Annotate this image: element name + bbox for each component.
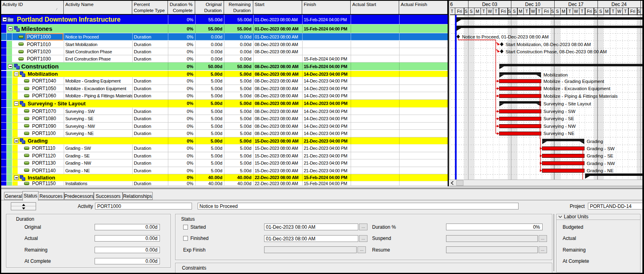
svg-text:S: S <box>513 9 516 14</box>
svg-text:Dec 17: Dec 17 <box>568 2 583 7</box>
svg-text:Surveying - NE: Surveying - NE <box>543 131 575 136</box>
svg-text:Mobilization: Mobilization <box>543 73 568 77</box>
svg-text:W: W <box>488 9 492 14</box>
svg-text:T: T <box>581 9 583 14</box>
svg-text:S: S <box>594 9 597 14</box>
svg-text:Mobilize - Excavation Equipmen: Mobilize - Excavation Equipment <box>543 86 611 91</box>
svg-text:Surveying - SE: Surveying - SE <box>543 116 574 121</box>
svg-text:T: T <box>612 9 615 14</box>
svg-text:Surveying - Site Layout: Surveying - Site Layout <box>543 101 592 106</box>
svg-text:M: M <box>476 9 479 14</box>
svg-text:Grading: Grading <box>587 139 603 144</box>
svg-text:S: S <box>470 9 472 14</box>
svg-text:Fri: Fri <box>587 9 592 14</box>
svg-text:Surveying - SW: Surveying - SW <box>543 109 575 114</box>
svg-text:Grading - SW: Grading - SW <box>587 146 615 151</box>
svg-text:Dec 24: Dec 24 <box>612 2 627 7</box>
svg-text:Grading - SE: Grading - SE <box>587 153 614 158</box>
svg-text:Surveying - NW: Surveying - NW <box>543 124 576 129</box>
svg-text:T: T <box>482 9 485 14</box>
svg-text:S: S <box>638 9 640 14</box>
svg-text:M: M <box>562 9 565 14</box>
svg-text:W: W <box>574 9 578 14</box>
svg-text:Mobilize - Piping & Fittings M: Mobilize - Piping & Fittings Materials <box>543 94 618 99</box>
svg-text:T: T <box>495 9 498 14</box>
svg-text:Grading - NW: Grading - NW <box>587 161 615 166</box>
svg-text:S: S <box>599 9 602 14</box>
svg-text:Start Construction Phase, 08-D: Start Construction Phase, 08-Dec-2023 08… <box>506 49 607 54</box>
svg-text:Fri: Fri <box>544 9 549 14</box>
svg-text:T: T <box>538 9 541 14</box>
svg-text:T: T <box>624 9 627 14</box>
svg-text:S: S <box>508 9 511 14</box>
svg-text:M: M <box>605 9 609 14</box>
svg-text:Dec 10: Dec 10 <box>525 2 540 7</box>
svg-text:W: W <box>531 9 535 14</box>
svg-text:Fri: Fri <box>501 9 506 14</box>
svg-text:W: W <box>617 9 621 14</box>
svg-text:Notice to Proceed, 01-Dec-2023: Notice to Proceed, 01-Dec-2023 08:00 AM <box>462 34 549 39</box>
svg-text:T: T <box>451 9 454 14</box>
svg-text:S: S <box>551 9 554 14</box>
svg-text:Fri: Fri <box>457 9 462 14</box>
svg-text:Fri: Fri <box>630 9 635 14</box>
svg-text:Dec 03: Dec 03 <box>482 2 497 7</box>
svg-text:Grading - NE: Grading - NE <box>587 168 614 173</box>
svg-text:T: T <box>525 9 528 14</box>
svg-text:S: S <box>556 9 559 14</box>
svg-text:S: S <box>465 9 468 14</box>
svg-text:M: M <box>519 9 522 14</box>
svg-text:Mobilize - Grading Equipment: Mobilize - Grading Equipment <box>543 79 604 84</box>
svg-text:Start Mobilization, 08-Dec-202: Start Mobilization, 08-Dec-2023 08:00 AM <box>506 42 591 47</box>
svg-text:T: T <box>569 9 571 14</box>
